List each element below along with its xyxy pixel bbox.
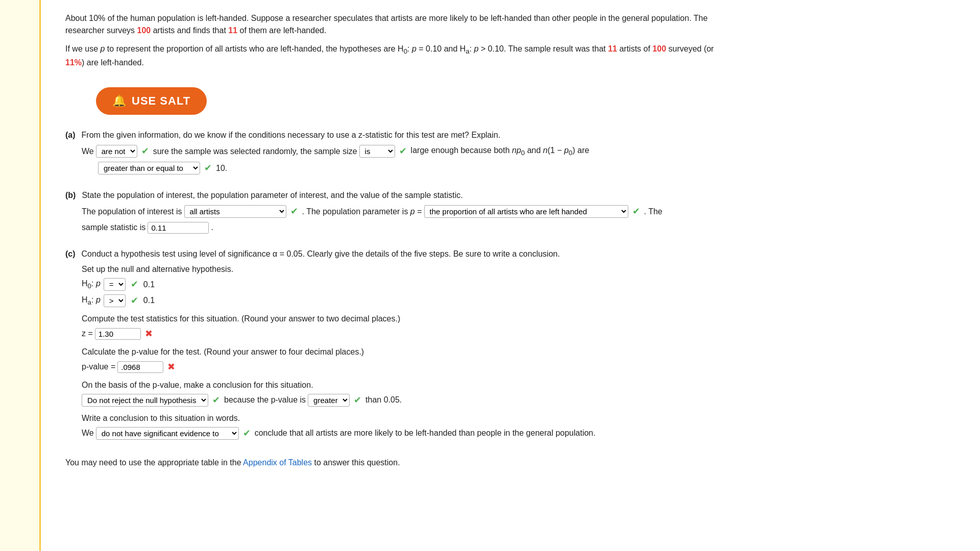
because-text: because the p-value is [224,394,306,406]
bell-icon: 🔔 [112,94,127,108]
part-b-section: (b) State the population of interest, th… [65,189,731,234]
pop-interest-text: The population of interest is [82,206,182,218]
step4-label: On the basis of the p-value, make a conc… [82,379,731,391]
part-b-question: (b) State the population of interest, th… [65,189,731,202]
greater-less-dropdown[interactable]: greater less [308,394,350,407]
ha-value: 0.1 [143,294,155,307]
dot1: . The population parameter is p = [302,206,422,218]
part-c-question: (c) Conduct a hypothesis test using leve… [65,248,731,260]
footer-text: You may need to use the appropriate tabl… [65,457,731,469]
z-cross: ✖ [145,327,153,341]
part-c-section: (c) Conduct a hypothesis test using leve… [65,248,731,440]
pct-11: 11% [65,58,82,67]
words-check: ✔ [243,427,251,440]
we-text2: We [82,427,94,439]
footer-section: You may need to use the appropriate tabl… [65,457,731,469]
ha-operator-dropdown[interactable]: > = < ≠ [104,294,126,307]
step2-block: Compute the test statistics for this sit… [65,313,731,341]
greater-check: ✔ [354,393,361,407]
sure-text: sure the sample was selected randomly, t… [153,145,357,158]
reject-dropdown[interactable]: Do not reject the null hypothesis Reject… [82,394,208,407]
step3-block: Calculate the p-value for the test. (Rou… [65,346,731,374]
part-c-label: (c) [65,248,76,260]
the-text: . The [644,206,663,218]
check2: ✔ [399,144,407,158]
intro-para2: If we use p to represent the proportion … [65,43,731,69]
use-salt-button[interactable]: 🔔 USE SALT [96,87,207,115]
part-a-text: From the given information, do we know i… [82,129,501,141]
conclusion-check: ✔ [212,393,220,407]
ten-label: 10. [216,162,227,174]
conclusion-row: Do not reject the null hypothesis Reject… [82,393,731,407]
are-not-dropdown[interactable]: are not are [96,145,137,158]
step3-label: Calculate the p-value for the test. (Rou… [82,346,731,358]
check3: ✔ [204,161,212,175]
h0-label: H0: p [82,278,101,291]
check1: ✔ [141,144,149,158]
check4: ✔ [290,205,298,218]
proportion-dropdown[interactable]: the proportion of all artists who are le… [424,205,628,218]
step1-label: Set up the null and alternative hypothes… [82,263,731,276]
left-accent-bar [0,0,41,551]
part-a-answer-row: We are not are ✔ sure the sample was sel… [65,144,731,158]
words-conclusion-row: We do not have significant evidence to h… [82,427,731,440]
part-a-question: (a) From the given information, do we kn… [65,129,731,141]
z-label: z = [82,328,93,340]
pvalue-row: p-value = ✖ [82,360,731,374]
z-row: z = ✖ [82,327,731,341]
step5-block: Write a conclusion to this situation in … [65,412,731,440]
part-a-section: (a) From the given information, do we kn… [65,129,731,175]
p-cross: ✖ [167,360,175,374]
sample-statistic-input[interactable] [148,222,209,234]
part-b-answer-row1: The population of interest is all artist… [65,205,731,218]
num-11b: 11 [608,44,617,53]
sample-statistic-label: sample statistic is [82,221,145,234]
part-b-answer-row2: sample statistic is . [65,221,731,234]
conclude-text: conclude that all artists are more likel… [255,427,596,439]
we-label: We [82,145,94,158]
all-artists-dropdown[interactable]: all artists all people all left-handed p… [184,205,286,218]
h0-value: 0.1 [143,279,155,291]
num-100b: 100 [652,44,666,53]
step5-label: Write a conclusion to this situation in … [82,412,731,424]
dot2: . [211,221,213,234]
step4-block: On the basis of the p-value, make a conc… [65,379,731,407]
large-enough-text: large enough because both np0 and n(1 − … [411,144,590,158]
h0-operator-dropdown[interactable]: = > < ≠ [104,278,126,291]
ha-label: Ha: p [82,294,101,308]
ha-row: Ha: p > = < ≠ ✔ 0.1 [82,294,731,308]
than-005-text: than 0.05. [365,394,402,406]
part-c-text: Conduct a hypothesis test using level of… [82,248,560,260]
step1-block: Set up the null and alternative hypothes… [65,263,731,307]
z-input[interactable] [95,328,141,340]
gte-dropdown[interactable]: greater than or equal to less than [98,162,200,174]
step2-label: Compute the test statistics for this sit… [82,313,731,325]
is-dropdown[interactable]: is is not [359,145,395,158]
appendix-link[interactable]: Appendix of Tables [243,458,312,467]
num-11: 11 [228,26,237,35]
ha-check: ✔ [131,294,138,308]
p-label: p-value = [82,361,115,373]
part-b-text: State the population of interest, the po… [82,189,462,202]
part-b-label: (b) [65,189,76,202]
h0-row: H0: p = > < ≠ ✔ 0.1 [82,278,731,291]
part-a-label: (a) [65,129,76,141]
part-a-gte-row: greater than or equal to less than ✔ 10. [82,161,731,175]
p-input[interactable] [117,361,163,373]
num-100: 100 [137,26,151,35]
h0-check: ✔ [131,278,138,291]
evidence-dropdown[interactable]: do not have significant evidence to have… [96,427,239,440]
intro-para1: About 10% of the human population is lef… [65,12,731,37]
check5: ✔ [632,205,640,218]
